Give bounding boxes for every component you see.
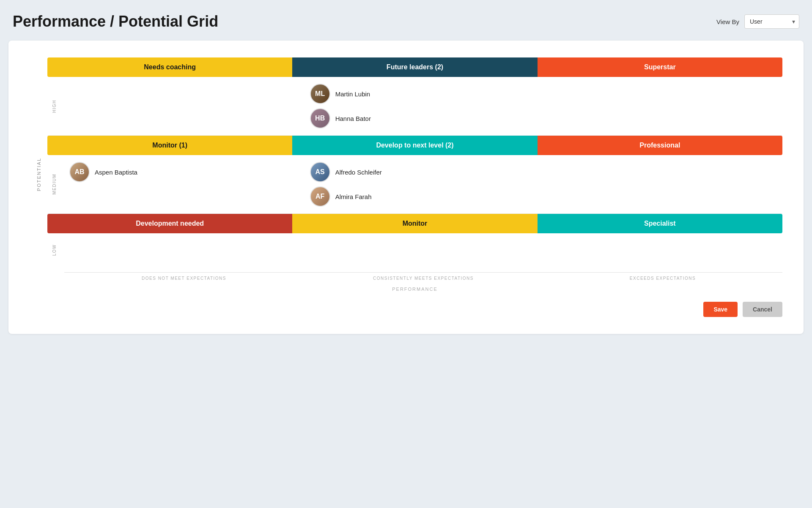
cell-header-superstar: Superstar [538,57,782,77]
avatar-almira: AF [310,186,330,207]
view-by-label: View By [716,18,739,25]
view-by-select-wrapper[interactable]: User Team Department [744,14,799,29]
grid-row-medium: Monitor (1) Develop to next level (2) Pr… [47,136,782,213]
person-alfredo[interactable]: AS Alfredo Schleifer [310,162,534,182]
cell-content-specialist [542,233,782,267]
x-axis-label-0: DOES NOT MEET EXPECTATIONS [64,272,304,281]
cell-content-needs-coaching [61,77,302,135]
cell-content-future-leaders: ML Martin Lubin HB Hanna Bator [302,77,542,135]
person-hanna[interactable]: HB Hanna Bator [310,108,534,128]
row-header-high: Needs coaching Future leaders (2) Supers… [47,57,782,77]
y-axis-container: POTENTIAL [34,57,44,292]
person-name-aspen: Aspen Baptista [95,169,137,176]
y-axis-label: POTENTIAL [36,158,41,191]
cell-header-needs-coaching: Needs coaching [47,57,292,77]
x-axis-labels-inner: DOES NOT MEET EXPECTATIONS CONSISTENTLY … [64,272,782,281]
person-almira[interactable]: AF Almira Farah [310,186,534,207]
main-card: POTENTIAL Needs coaching Future leaders … [8,41,804,334]
x-axis-label-1: CONSISTENTLY MEETS EXPECTATIONS [304,272,543,281]
row-header-low: Development needed Monitor Specialist [47,214,782,233]
footer-buttons: Save Cancel [34,302,782,317]
x-axis-bottom-label: PERFORMANCE [47,287,782,292]
cell-content-monitor-1: AB Aspen Baptista [61,155,302,213]
page-header: Performance / Potential Grid View By Use… [8,13,804,30]
cell-content-monitor-2 [302,233,542,267]
page-container: Performance / Potential Grid View By Use… [8,13,804,334]
avatar-martin: ML [310,84,330,104]
row-content-high: HIGH ML Martin Lubin [47,77,782,135]
cell-header-monitor-2: Monitor [292,214,537,233]
page-title: Performance / Potential Grid [13,13,218,30]
avatar-hanna: HB [310,108,330,128]
person-martin[interactable]: ML Martin Lubin [310,84,534,104]
person-name-alfredo: Alfredo Schleifer [335,169,382,176]
view-by-select[interactable]: User Team Department [744,14,799,29]
side-label-medium: MEDIUM [47,155,61,213]
cell-content-superstar [542,77,782,135]
grid-main: Needs coaching Future leaders (2) Supers… [47,57,782,292]
row-content-medium: MEDIUM AB Aspen Baptista AS [47,155,782,213]
person-aspen[interactable]: AB Aspen Baptista [69,162,293,182]
cell-content-professional [542,155,782,213]
cancel-button[interactable]: Cancel [743,302,782,317]
person-name-martin: Martin Lubin [335,90,370,98]
view-by-container: View By User Team Department [716,14,799,29]
cell-header-specialist: Specialist [538,214,782,233]
person-name-almira: Almira Farah [335,193,372,200]
row-header-medium: Monitor (1) Develop to next level (2) Pr… [47,136,782,155]
cell-header-dev-needed: Development needed [47,214,292,233]
cell-content-dev-needed [61,233,302,267]
cell-header-professional: Professional [538,136,782,155]
side-label-low: LOW [47,233,61,267]
grid-wrapper: POTENTIAL Needs coaching Future leaders … [34,57,782,292]
x-axis-spacer [47,272,64,281]
cell-header-future-leaders: Future leaders (2) [292,57,537,77]
row-content-low: LOW [47,233,782,267]
save-button[interactable]: Save [703,302,738,317]
grid-row-high: Needs coaching Future leaders (2) Supers… [47,57,782,135]
avatar-alfredo: AS [310,162,330,182]
grid-row-low: Development needed Monitor Specialist LO… [47,214,782,267]
grid-rows: Needs coaching Future leaders (2) Supers… [47,57,782,267]
cell-content-develop: AS Alfredo Schleifer AF Almira Farah [302,155,542,213]
x-axis-label-2: EXCEEDS EXPECTATIONS [543,272,782,281]
x-axis-labels: DOES NOT MEET EXPECTATIONS CONSISTENTLY … [47,272,782,281]
cell-header-monitor-1: Monitor (1) [47,136,292,155]
cell-header-develop: Develop to next level (2) [292,136,537,155]
person-name-hanna: Hanna Bator [335,115,371,122]
side-label-high: HIGH [47,77,61,135]
avatar-aspen: AB [69,162,90,182]
